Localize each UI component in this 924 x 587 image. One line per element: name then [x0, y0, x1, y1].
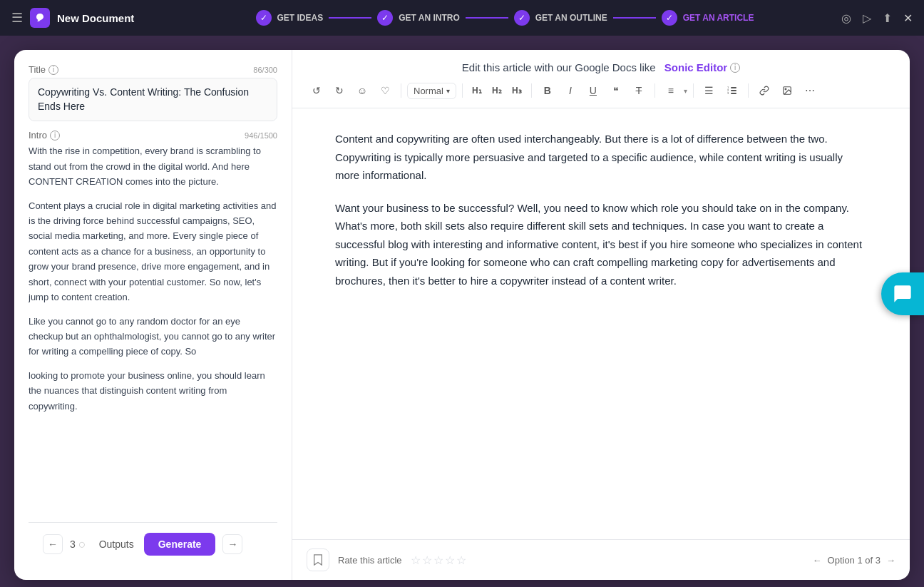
more-button[interactable]: ⋯	[800, 81, 820, 101]
right-panel: Edit this article with our Google Docs l…	[292, 50, 910, 580]
play-icon[interactable]: ▷	[863, 11, 871, 25]
upload-icon[interactable]: ⬆	[883, 11, 892, 25]
align-chevron: ▾	[684, 87, 687, 95]
title-label: Title i	[29, 64, 58, 75]
prev-arrow-button[interactable]: ←	[43, 534, 63, 554]
step-get-outline[interactable]: ✓ GET AN OUTLINE	[514, 10, 607, 26]
link-button[interactable]	[754, 81, 774, 101]
article-content[interactable]: Content and copywriting are often used i…	[292, 108, 910, 539]
bottom-bar: Rate this article ☆ ☆ ☆ ☆ ☆ ← Option 1 o…	[292, 539, 910, 580]
step-label-outline: GET AN OUTLINE	[535, 13, 607, 23]
outputs-count: 3 ○	[70, 537, 86, 552]
toolbar-sep-4	[654, 83, 655, 98]
intro-para-3: Like you cannot go to any random doctor …	[29, 314, 277, 359]
h1-button[interactable]: H₁	[468, 81, 486, 101]
topbar-right: ◎ ▷ ⬆ ✕	[841, 11, 913, 25]
main-card: Title i 86/300 Copywriting Vs. Content W…	[14, 50, 910, 580]
rate-section: Rate this article ☆ ☆ ☆ ☆ ☆	[307, 548, 466, 571]
intro-count: 946/1500	[245, 131, 277, 140]
topbar-left: ☰ New Document	[11, 8, 168, 28]
svg-point-7	[785, 88, 786, 90]
italic-button[interactable]: I	[560, 81, 580, 101]
h2-button[interactable]: H₂	[488, 81, 505, 101]
sonic-info-icon[interactable]: i	[730, 63, 740, 73]
step-check-article: ✓	[662, 10, 677, 26]
step-get-article[interactable]: ✓ GET AN ARTICLE	[662, 10, 754, 26]
option-prev-arrow[interactable]: ←	[813, 555, 822, 566]
title-count: 86/300	[253, 66, 277, 74]
bookmark-button[interactable]	[307, 548, 329, 571]
step-label-ideas: GET IDEAS	[277, 13, 324, 23]
star-1[interactable]: ☆	[411, 553, 421, 567]
toolbar-sep-1	[401, 83, 401, 98]
strikethrough-button[interactable]: T	[629, 81, 649, 101]
intro-label: Intro i	[29, 130, 60, 141]
quote-button[interactable]: ❝	[606, 81, 626, 101]
target-icon[interactable]: ◎	[841, 11, 851, 25]
option-nav: ← Option 1 of 3 →	[813, 555, 895, 566]
title-info-icon[interactable]: i	[48, 65, 58, 75]
chat-bubble[interactable]	[881, 272, 924, 315]
intro-info-icon[interactable]: i	[50, 131, 60, 141]
step-get-intro[interactable]: ✓ GET AN INTRO	[377, 10, 460, 26]
h3-button[interactable]: H₃	[508, 81, 525, 101]
sonic-editor-link[interactable]: Sonic Editor	[664, 61, 727, 73]
step-check-ideas: ✓	[256, 10, 272, 26]
step-connector-1	[329, 17, 371, 19]
list-ul-button[interactable]: ☰	[699, 81, 719, 101]
align-button[interactable]: ≡	[661, 81, 681, 101]
title-input[interactable]: Copywriting Vs. Content Writing: The Con…	[29, 78, 277, 121]
main-area: Title i 86/300 Copywriting Vs. Content W…	[0, 36, 924, 587]
article-para-1: Content and copywriting are often used i…	[335, 130, 867, 185]
title-field: Title i 86/300 Copywriting Vs. Content W…	[29, 64, 277, 121]
redo-button[interactable]: ↻	[329, 81, 349, 101]
heart-button[interactable]: ♡	[375, 81, 395, 101]
left-panel: Title i 86/300 Copywriting Vs. Content W…	[14, 50, 292, 580]
intro-text: With the rise in competition, every bran…	[29, 143, 277, 422]
rate-label: Rate this article	[338, 555, 402, 566]
outputs-label: Outputs	[99, 538, 134, 550]
generate-button[interactable]: Generate	[144, 533, 216, 556]
toolbar-sep-6	[748, 83, 749, 98]
star-2[interactable]: ☆	[422, 553, 432, 567]
hamburger-icon[interactable]: ☰	[11, 10, 23, 26]
star-3[interactable]: ☆	[433, 553, 443, 567]
star-4[interactable]: ☆	[445, 553, 455, 567]
svg-text:3: 3	[727, 91, 729, 95]
svg-rect-0	[731, 87, 736, 88]
toolbar-sep-3	[531, 83, 532, 98]
intro-wrapper: With the rise in competition, every bran…	[29, 143, 277, 566]
step-get-ideas[interactable]: ✓ GET IDEAS	[256, 10, 324, 26]
step-check-intro: ✓	[377, 10, 393, 26]
bottom-controls: ← 3 ○ Outputs Generate →	[29, 522, 277, 566]
intro-para-1: With the rise in competition, every bran…	[29, 143, 277, 189]
intro-field-header: Intro i 946/1500	[29, 130, 277, 141]
step-connector-3	[613, 17, 656, 19]
svg-rect-2	[731, 93, 736, 94]
close-button[interactable]: ✕	[903, 11, 913, 25]
steps-nav: ✓ GET IDEAS ✓ GET AN INTRO ✓ GET AN OUTL…	[168, 10, 841, 26]
intro-para-2: Content plays a crucial role in digital …	[29, 198, 277, 305]
underline-button[interactable]: U	[583, 81, 603, 101]
stars-rating[interactable]: ☆ ☆ ☆ ☆ ☆	[411, 553, 466, 567]
format-select[interactable]: Normal ▾	[407, 83, 456, 99]
undo-button[interactable]: ↺	[307, 81, 327, 101]
next-arrow-button[interactable]: →	[222, 534, 242, 554]
doc-title: New Document	[57, 12, 134, 24]
step-connector-2	[466, 17, 508, 19]
editor-toolbar: ↺ ↻ ☺ ♡ Normal ▾ H₁ H₂ H₃ B I U ❝ T	[292, 73, 910, 108]
bold-button[interactable]: B	[538, 81, 558, 101]
emoji-button[interactable]: ☺	[352, 81, 372, 101]
app-logo	[30, 8, 50, 28]
toolbar-sep-2	[462, 83, 463, 98]
count-separator: ○	[78, 537, 86, 552]
option-next-arrow[interactable]: →	[886, 555, 895, 566]
intro-para-4: looking to promote your business online,…	[29, 368, 277, 414]
image-button[interactable]	[777, 81, 797, 101]
editor-header: Edit this article with our Google Docs l…	[292, 50, 910, 73]
star-5[interactable]: ☆	[456, 553, 466, 567]
list-ol-button[interactable]: 1 2 3	[722, 81, 742, 101]
intro-section: Intro i 946/1500 With the rise in compet…	[29, 130, 277, 566]
editor-header-text: Edit this article with our Google Docs l…	[309, 61, 893, 73]
step-label-intro: GET AN INTRO	[399, 13, 460, 23]
